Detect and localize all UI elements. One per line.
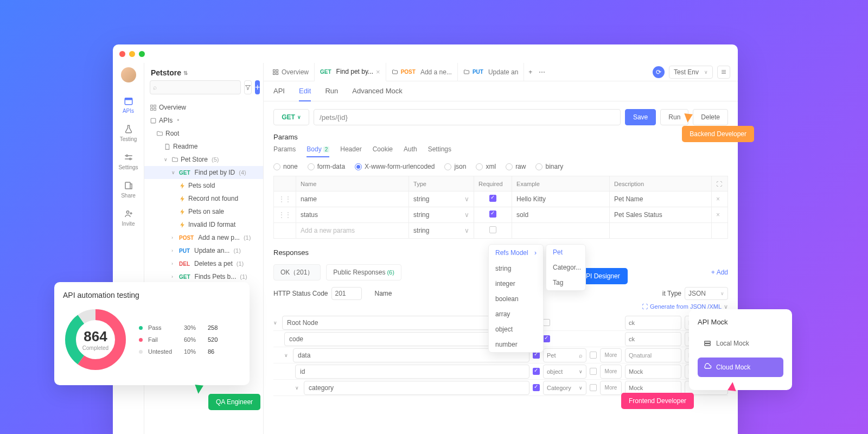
delete-row-icon[interactable]: × <box>712 192 728 207</box>
table-row-add[interactable]: Add a new params string ∨ <box>274 223 728 239</box>
add-response-button[interactable]: + Add <box>711 269 728 276</box>
tree-readme[interactable]: Readme <box>144 140 263 153</box>
extra-checkbox[interactable] <box>590 384 597 391</box>
more-button[interactable]: More <box>600 381 622 395</box>
tab-more-button[interactable]: ⋯ <box>537 63 547 81</box>
popup-item[interactable]: object <box>489 322 543 337</box>
cell-example[interactable]: Hello Kitty <box>512 192 610 207</box>
radio-xml[interactable]: xml <box>476 163 496 170</box>
url-input[interactable] <box>314 109 621 125</box>
tab-update[interactable]: PUT Update an <box>458 63 524 81</box>
more-button[interactable]: More <box>600 365 622 379</box>
tab-findpet[interactable]: GET Find pet by... × <box>315 63 386 81</box>
popup-item[interactable]: Tag <box>546 275 585 290</box>
drag-handle-icon[interactable]: ⋮⋮ <box>274 207 296 223</box>
local-mock-option[interactable]: Local Mock <box>698 334 783 353</box>
tab-overview[interactable]: Overview <box>267 63 315 81</box>
mock-input[interactable] <box>625 316 681 330</box>
chevron-down-icon[interactable]: ∨ <box>295 385 301 391</box>
tab-addnew[interactable]: POST Add a ne... <box>386 63 458 81</box>
chevron-down-icon[interactable]: ∨ <box>273 320 279 326</box>
cell-type[interactable]: string ∨ <box>409 192 474 207</box>
add-button[interactable]: + <box>255 80 260 94</box>
delete-button[interactable]: Delete <box>693 109 728 125</box>
popup-header[interactable]: Refs Model› <box>489 245 543 261</box>
response-tab-ok[interactable]: OK（201） <box>273 264 321 280</box>
subtab-api[interactable]: API <box>273 87 285 101</box>
ptab-body[interactable]: Body2 <box>307 145 329 157</box>
cell-desc[interactable]: Pet Sales Status <box>610 207 712 223</box>
radio-binary[interactable]: binary <box>535 163 563 170</box>
hamburger-button[interactable]: ≡ <box>717 66 730 79</box>
rail-invite[interactable]: Invite <box>113 204 144 231</box>
cell-name[interactable]: status <box>296 207 409 223</box>
project-name[interactable]: Petstore ⇅ <box>144 63 263 80</box>
radio-urlencoded[interactable]: X-www-form-urlencoded <box>355 163 435 170</box>
popup-item[interactable]: Categor... <box>546 260 585 275</box>
req-checkbox[interactable] <box>533 384 540 391</box>
req-checkbox[interactable] <box>543 319 550 326</box>
drag-handle-icon[interactable]: ⋮⋮ <box>274 192 296 207</box>
rail-apis[interactable]: APIs <box>113 91 144 118</box>
subtab-mock[interactable]: Advanced Mock <box>352 87 403 101</box>
tree-item-findpet[interactable]: ∨ GET Find pet by ID (4) <box>144 166 263 179</box>
tree-item[interactable]: Pets on sale <box>144 205 263 218</box>
mock-input[interactable] <box>625 348 681 362</box>
tree-overview[interactable]: Overview <box>144 101 263 114</box>
tree-item[interactable]: ›POSTAdd a new p...(1) <box>144 231 263 244</box>
required-checkbox[interactable] <box>489 226 496 233</box>
popup-item[interactable]: string <box>489 261 543 276</box>
subtab-run[interactable]: Run <box>325 87 338 101</box>
rail-settings[interactable]: Settings <box>113 148 144 175</box>
extra-checkbox[interactable] <box>590 352 597 359</box>
expand-icon[interactable]: ⛶ <box>716 181 722 187</box>
tree-item[interactable]: Record not found <box>144 192 263 205</box>
cell-desc[interactable]: Pet Name <box>610 192 712 207</box>
more-button[interactable]: More <box>600 348 622 362</box>
tree-item[interactable]: Invalid ID format <box>144 218 263 231</box>
schema-name-input[interactable]: category <box>304 381 529 395</box>
search-input[interactable] <box>150 80 241 94</box>
type-select[interactable]: Category∨ <box>543 381 586 395</box>
type-select[interactable]: object∨ <box>543 365 586 379</box>
ptab-cookie[interactable]: Cookie <box>373 145 393 157</box>
avatar[interactable] <box>121 67 136 82</box>
tree-item[interactable]: ›GETFinds Pets b...(1) <box>144 270 263 283</box>
subtab-edit[interactable]: Edit <box>299 87 311 101</box>
cell-example[interactable]: sold <box>512 207 610 223</box>
ptab-settings[interactable]: Settings <box>428 145 451 157</box>
required-checkbox[interactable] <box>489 210 496 218</box>
req-checkbox[interactable] <box>533 368 540 375</box>
cell-name[interactable]: name <box>296 192 409 207</box>
radio-raw[interactable]: raw <box>506 163 526 170</box>
filter-button[interactable] <box>244 80 252 94</box>
popup-item[interactable]: number <box>489 337 543 352</box>
mock-input[interactable] <box>625 332 681 346</box>
environment-select[interactable]: Test Env ∨ <box>669 66 713 79</box>
cloud-mock-option[interactable]: Cloud Mock <box>698 358 783 377</box>
run-button[interactable]: Run <box>660 109 688 125</box>
tree-item[interactable]: ›DELDeletes a pet(1) <box>144 257 263 270</box>
save-button[interactable]: Save <box>625 109 656 125</box>
cell-type[interactable]: string ∨ <box>409 207 474 223</box>
maximize-window-icon[interactable] <box>139 51 145 57</box>
ptab-header[interactable]: Header <box>340 145 361 157</box>
status-code-input[interactable] <box>331 287 362 300</box>
tree-petstore[interactable]: ∨ Pet Store (5) <box>144 153 263 166</box>
content-type-select[interactable]: JSON∨ <box>685 287 728 300</box>
radio-formdata[interactable]: form-data <box>308 163 345 170</box>
tree-apis[interactable]: APIs • <box>144 114 263 127</box>
radio-json[interactable]: json <box>444 163 466 170</box>
close-tab-icon[interactable]: × <box>376 68 380 76</box>
method-select[interactable]: GET ∨ <box>273 109 309 125</box>
tree-item[interactable]: Pets sold <box>144 179 263 192</box>
close-window-icon[interactable] <box>119 51 125 57</box>
chevron-down-icon[interactable]: ∨ <box>284 353 290 358</box>
rail-testing[interactable]: Testing <box>113 119 144 146</box>
mock-input[interactable] <box>625 365 681 379</box>
popup-item[interactable]: boolean <box>489 291 543 307</box>
ptab-auth[interactable]: Auth <box>404 145 417 157</box>
delete-row-icon[interactable]: × <box>712 207 728 223</box>
ptab-params[interactable]: Params <box>273 145 296 157</box>
popup-item[interactable]: Pet <box>546 245 585 260</box>
